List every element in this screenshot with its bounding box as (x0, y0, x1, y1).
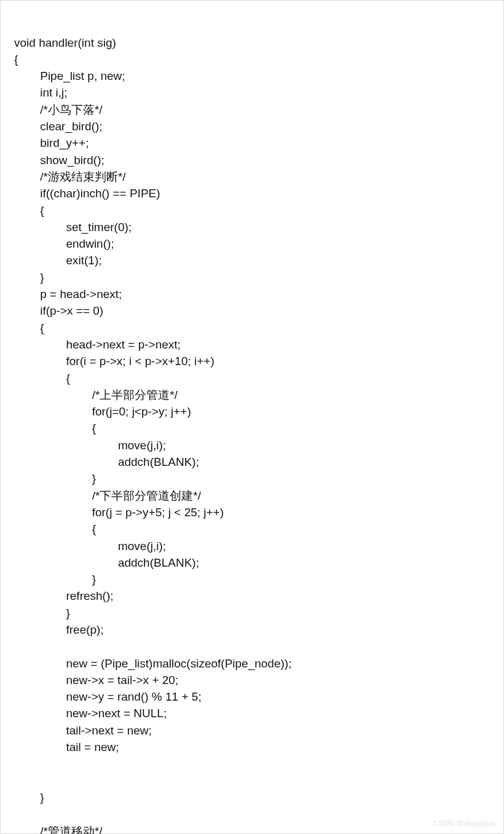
code-line: refresh(); (14, 588, 503, 604)
code-line: free(p); (14, 621, 503, 638)
code-line: { (14, 320, 503, 336)
code-line: /*上半部分管道*/ (14, 387, 503, 403)
code-line: { (14, 370, 503, 387)
code-line: } (14, 571, 503, 588)
code-line: { (14, 420, 503, 436)
code-line: { (14, 51, 503, 68)
code-line: new = (Pipe_list)malloc(sizeof(Pipe_node… (14, 655, 503, 672)
code-line: int i,j; (14, 84, 503, 101)
code-lines: void handler(int sig){ Pipe_list p, new;… (14, 34, 503, 834)
code-line: bird_y++; (14, 135, 503, 151)
code-line: clear_bird(); (14, 118, 503, 135)
code-line: new->x = tail->x + 20; (14, 672, 503, 688)
code-line (14, 755, 503, 772)
code-line: /*游戏结束判断*/ (14, 168, 503, 185)
code-line: } (14, 269, 503, 286)
code-line: show_bird(); (14, 152, 503, 168)
code-line: new->y = rand() % 11 + 5; (14, 688, 503, 705)
code-line: /*管道移动*/ (14, 823, 503, 834)
code-line: tail->next = new; (14, 722, 503, 739)
code-line: p = head->next; (14, 286, 503, 302)
code-line: exit(1); (14, 252, 503, 269)
code-line: for(i = p->x; i < p->x+10; i++) (14, 353, 503, 369)
code-line: { (14, 202, 503, 219)
code-line: if((char)inch() == PIPE) (14, 185, 503, 202)
code-line: /*下半部分管道创建*/ (14, 487, 503, 504)
code-block: void handler(int sig){ Pipe_list p, new;… (0, 0, 504, 834)
code-line: new->next = NULL; (14, 705, 503, 722)
code-line: for(j = p->y+5; j < 25; j++) (14, 504, 503, 521)
code-line: head->next = p->next; (14, 336, 503, 353)
code-line: } (14, 470, 503, 487)
code-line: addch(BLANK); (14, 554, 503, 571)
code-line: /*小鸟下落*/ (14, 101, 503, 118)
code-line: } (14, 789, 503, 806)
code-line: { (14, 521, 503, 537)
code-line: tail = new; (14, 739, 503, 755)
code-line: for(j=0; j<p->y; j++) (14, 403, 503, 420)
code-line (14, 638, 503, 655)
code-line: if(p->x == 0) (14, 302, 503, 319)
code-line: void handler(int sig) (14, 34, 503, 51)
code-line: } (14, 605, 503, 621)
code-line: set_timer(0); (14, 219, 503, 235)
code-line: Pipe_list p, new; (14, 68, 503, 84)
code-line: endwin(); (14, 235, 503, 252)
code-line: move(j,i); (14, 538, 503, 554)
watermark: CSDN @zhaojiazb (433, 816, 495, 832)
code-line (14, 773, 503, 789)
code-line: addch(BLANK); (14, 454, 503, 470)
code-line: move(j,i); (14, 437, 503, 454)
code-line (14, 806, 503, 822)
